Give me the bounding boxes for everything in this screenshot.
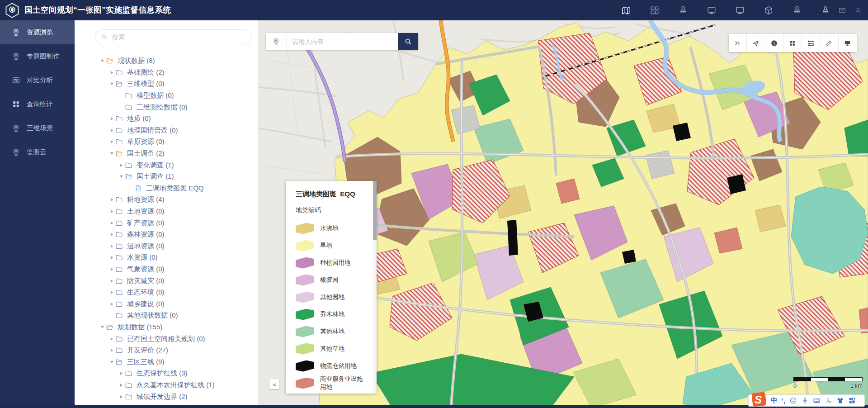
tree-node[interactable]: 地质 (0) [75,113,258,125]
tree-node[interactable]: 三维模型 (0) [75,78,258,90]
tree-expand-arrow-icon[interactable] [108,267,115,271]
legend-item: 其他园地 [296,289,370,306]
tree-node[interactable]: 已有国土空间相关规划 (0) [75,333,258,345]
sidebar-item-compare-analysis[interactable]: 对比分析 [0,68,75,92]
tree-node[interactable]: 永久基本农田保护红线 (1) [75,380,258,391]
tree-node[interactable]: 国土调查 (2) [75,148,258,160]
tree-expand-arrow-icon[interactable] [108,348,115,352]
tree-expand-arrow-icon[interactable] [108,256,115,260]
tree-expand-arrow-icon[interactable] [118,163,125,167]
collapse-panel-button[interactable]: « [269,379,279,389]
sidebar-item-label: 专题图制作 [27,52,60,61]
tree-node[interactable]: 开发评价 (27) [75,345,258,356]
skin-icon[interactable] [836,397,844,404]
tree-node[interactable]: 模型数据 (0) [75,90,258,102]
tree-node[interactable]: 生态保护红线 (3) [75,368,258,380]
user-icon[interactable] [854,6,862,14]
stamp-icon[interactable] [792,5,802,15]
map-search-button[interactable] [398,33,418,50]
tree-node[interactable]: 生态环境 (0) [75,287,258,299]
sidebar-item-query-statistics[interactable]: 查询统计 [0,92,75,116]
tree-expand-arrow-icon[interactable] [108,244,115,248]
tree-expand-arrow-icon[interactable] [99,59,106,63]
tree-expand-arrow-icon[interactable] [108,337,115,341]
tree-node[interactable]: 三维测绘数据 (0) [75,101,258,113]
info-button[interactable] [765,34,784,52]
tree-node[interactable]: 水资源 (0) [75,252,258,264]
tree-expand-arrow-icon[interactable] [108,209,115,213]
folder-icon [115,277,126,285]
tree-node[interactable]: 现状数据 (8) [75,55,258,67]
tree-node[interactable]: 城乡建设 (0) [75,298,258,310]
tree-node[interactable]: 耕地资源 (4) [75,194,258,206]
menu-grid-icon[interactable] [848,397,856,404]
sidebar-item-scene-3d[interactable]: 三维场景 [0,116,75,140]
tree-node[interactable]: 草原资源 (0) [75,136,258,148]
tree-expand-arrow-icon[interactable] [108,128,115,133]
chinese-mode-button[interactable]: 中 [771,396,778,405]
cube-icon[interactable] [764,5,774,15]
tree-expand-arrow-icon[interactable] [108,360,115,364]
tree-node[interactable]: 地理国情普查 (0) [75,125,258,137]
tree-node[interactable]: 基础测绘 (2) [75,67,258,79]
chevrons-button[interactable] [729,34,747,52]
tree-expand-arrow-icon[interactable] [118,175,125,179]
user-dict-icon[interactable] [825,397,832,404]
tree-node[interactable]: 变化调查 (1) [75,159,258,171]
measure-button[interactable] [802,34,821,52]
tree-node[interactable]: 森林资源 (0) [75,229,258,241]
tree-expand-arrow-icon[interactable] [118,383,125,387]
tree-expand-arrow-icon[interactable] [108,290,115,294]
tree-node[interactable]: 三区三线 (9) [75,356,258,368]
tree-search-input[interactable] [111,33,246,41]
tree-expand-arrow-icon[interactable] [108,279,115,283]
tree-node[interactable]: 国土调查 (1) [75,171,258,183]
stamp-icon[interactable] [821,5,830,15]
tree-node[interactable]: 土地资源 (0) [75,206,258,218]
emoji-icon[interactable] [789,397,797,404]
monitor-icon[interactable] [735,5,745,15]
mic-icon[interactable] [801,397,809,404]
sidebar-item-resource-browse[interactable]: 资源浏览 [0,20,75,44]
tree-expand-arrow-icon[interactable] [108,140,115,144]
tree-node[interactable]: 湿地资源 (0) [75,241,258,252]
mail-icon[interactable] [838,6,846,14]
tree-expand-arrow-icon[interactable] [108,221,115,225]
monitor-icon[interactable] [707,5,717,15]
punctuation-button[interactable]: ’, [782,397,785,404]
tree-expand-arrow-icon[interactable] [108,71,115,75]
tree-node[interactable]: 规划数据 (155) [75,322,258,333]
grid-solid-button[interactable] [783,34,802,52]
send-button[interactable] [747,34,765,52]
tree-expand-arrow-icon[interactable] [108,198,115,202]
pencil-button[interactable] [820,34,839,52]
pin-badge-icon [12,28,20,37]
sogou-logo-icon[interactable]: S [751,392,767,407]
map-icon[interactable] [621,5,631,15]
legend-scrollbar[interactable] [373,181,377,394]
tree-node[interactable]: 防灾减灾 (0) [75,275,258,287]
tree-expand-arrow-icon[interactable] [108,232,115,237]
screen-button[interactable] [839,34,857,52]
tree-expand-arrow-icon[interactable] [99,325,106,329]
location-pin-icon[interactable] [266,33,287,50]
sidebar-item-monitor-cloud[interactable]: 监测云 [0,140,75,164]
tree-expand-arrow-icon[interactable] [118,395,125,399]
tree-expand-arrow-icon[interactable] [108,82,115,86]
keyboard-icon[interactable] [813,397,821,404]
tree-node[interactable]: 三调地类图斑 EQQ [75,183,258,195]
legend-swatch [296,378,314,389]
tree-node[interactable]: 其他现状数据 (0) [75,310,258,322]
apps-icon[interactable] [650,5,660,15]
stamp-icon[interactable] [678,5,688,15]
tree-expand-arrow-icon[interactable] [118,371,125,375]
map-search-input[interactable] [287,33,398,50]
tree-node[interactable]: 矿产资源 (0) [75,217,258,229]
tree-expand-arrow-icon[interactable] [108,302,115,306]
tree-expand-arrow-icon[interactable] [108,152,115,156]
tree-node[interactable]: 气象资源 (0) [75,264,258,275]
legend-scrollbar-thumb[interactable] [373,181,377,240]
tree-node[interactable]: 城镇开发边界 (2) [75,391,258,403]
tree-expand-arrow-icon[interactable] [108,117,115,121]
sidebar-item-thematic-map[interactable]: 专题图制作 [0,44,75,68]
